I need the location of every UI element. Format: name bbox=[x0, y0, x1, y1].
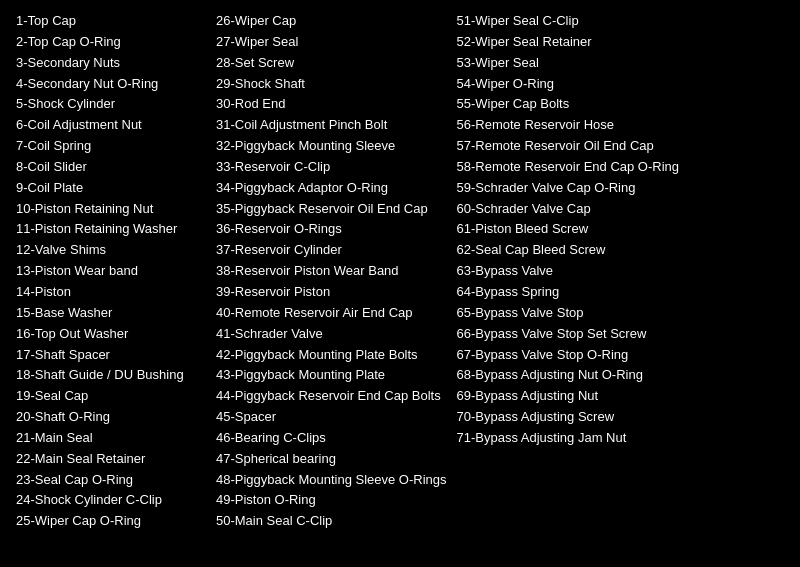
list-item: 66-Bypass Valve Stop Set Screw bbox=[457, 325, 680, 344]
list-item: 6-Coil Adjustment Nut bbox=[16, 116, 206, 135]
list-item: 8-Coil Slider bbox=[16, 158, 206, 177]
list-item: 64-Bypass Spring bbox=[457, 283, 680, 302]
list-item: 31-Coil Adjustment Pinch Bolt bbox=[216, 116, 447, 135]
list-item: 30-Rod End bbox=[216, 95, 447, 114]
list-item: 12-Valve Shims bbox=[16, 241, 206, 260]
list-item: 21-Main Seal bbox=[16, 429, 206, 448]
list-item: 60-Schrader Valve Cap bbox=[457, 200, 680, 219]
list-item: 33-Reservoir C-Clip bbox=[216, 158, 447, 177]
list-item: 20-Shaft O-Ring bbox=[16, 408, 206, 427]
list-item: 35-Piggyback Reservoir Oil End Cap bbox=[216, 200, 447, 219]
list-item: 57-Remote Reservoir Oil End Cap bbox=[457, 137, 680, 156]
list-item: 28-Set Screw bbox=[216, 54, 447, 73]
list-item: 17-Shaft Spacer bbox=[16, 346, 206, 365]
list-item: 19-Seal Cap bbox=[16, 387, 206, 406]
list-item: 7-Coil Spring bbox=[16, 137, 206, 156]
list-item: 3-Secondary Nuts bbox=[16, 54, 206, 73]
list-item: 65-Bypass Valve Stop bbox=[457, 304, 680, 323]
list-item: 56-Remote Reservoir Hose bbox=[457, 116, 680, 135]
column-1: 1-Top Cap2-Top Cap O-Ring3-Secondary Nut… bbox=[16, 12, 216, 531]
list-item: 13-Piston Wear band bbox=[16, 262, 206, 281]
list-item: 71-Bypass Adjusting Jam Nut bbox=[457, 429, 680, 448]
list-item: 63-Bypass Valve bbox=[457, 262, 680, 281]
list-item: 68-Bypass Adjusting Nut O-Ring bbox=[457, 366, 680, 385]
list-item: 55-Wiper Cap Bolts bbox=[457, 95, 680, 114]
list-item: 54-Wiper O-Ring bbox=[457, 75, 680, 94]
list-item: 11-Piston Retaining Washer bbox=[16, 220, 206, 239]
list-item: 38-Reservoir Piston Wear Band bbox=[216, 262, 447, 281]
list-item: 67-Bypass Valve Stop O-Ring bbox=[457, 346, 680, 365]
list-item: 45-Spacer bbox=[216, 408, 447, 427]
parts-list: 1-Top Cap2-Top Cap O-Ring3-Secondary Nut… bbox=[16, 12, 784, 531]
list-item: 61-Piston Bleed Screw bbox=[457, 220, 680, 239]
list-item: 49-Piston O-Ring bbox=[216, 491, 447, 510]
list-item: 46-Bearing C-Clips bbox=[216, 429, 447, 448]
list-item: 9-Coil Plate bbox=[16, 179, 206, 198]
list-item: 4-Secondary Nut O-Ring bbox=[16, 75, 206, 94]
list-item: 18-Shaft Guide / DU Bushing bbox=[16, 366, 206, 385]
list-item: 34-Piggyback Adaptor O-Ring bbox=[216, 179, 447, 198]
list-item: 51-Wiper Seal C-Clip bbox=[457, 12, 680, 31]
list-item: 32-Piggyback Mounting Sleeve bbox=[216, 137, 447, 156]
list-item: 58-Remote Reservoir End Cap O-Ring bbox=[457, 158, 680, 177]
list-item: 23-Seal Cap O-Ring bbox=[16, 471, 206, 490]
list-item: 24-Shock Cylinder C-Clip bbox=[16, 491, 206, 510]
list-item: 36-Reservoir O-Rings bbox=[216, 220, 447, 239]
list-item: 1-Top Cap bbox=[16, 12, 206, 31]
list-item: 69-Bypass Adjusting Nut bbox=[457, 387, 680, 406]
list-item: 39-Reservoir Piston bbox=[216, 283, 447, 302]
list-item: 2-Top Cap O-Ring bbox=[16, 33, 206, 52]
list-item: 47-Spherical bearing bbox=[216, 450, 447, 469]
list-item: 53-Wiper Seal bbox=[457, 54, 680, 73]
list-item: 40-Remote Reservoir Air End Cap bbox=[216, 304, 447, 323]
list-item: 44-Piggyback Reservoir End Cap Bolts bbox=[216, 387, 447, 406]
list-item: 43-Piggyback Mounting Plate bbox=[216, 366, 447, 385]
list-item: 41-Schrader Valve bbox=[216, 325, 447, 344]
list-item: 42-Piggyback Mounting Plate Bolts bbox=[216, 346, 447, 365]
list-item: 59-Schrader Valve Cap O-Ring bbox=[457, 179, 680, 198]
column-3: 51-Wiper Seal C-Clip52-Wiper Seal Retain… bbox=[457, 12, 680, 531]
list-item: 27-Wiper Seal bbox=[216, 33, 447, 52]
list-item: 14-Piston bbox=[16, 283, 206, 302]
list-item: 10-Piston Retaining Nut bbox=[16, 200, 206, 219]
list-item: 16-Top Out Washer bbox=[16, 325, 206, 344]
column-2: 26-Wiper Cap27-Wiper Seal28-Set Screw29-… bbox=[216, 12, 457, 531]
list-item: 62-Seal Cap Bleed Screw bbox=[457, 241, 680, 260]
list-item: 37-Reservoir Cylinder bbox=[216, 241, 447, 260]
list-item: 29-Shock Shaft bbox=[216, 75, 447, 94]
list-item: 5-Shock Cylinder bbox=[16, 95, 206, 114]
list-item: 70-Bypass Adjusting Screw bbox=[457, 408, 680, 427]
list-item: 52-Wiper Seal Retainer bbox=[457, 33, 680, 52]
list-item: 15-Base Washer bbox=[16, 304, 206, 323]
list-item: 26-Wiper Cap bbox=[216, 12, 447, 31]
list-item: 22-Main Seal Retainer bbox=[16, 450, 206, 469]
list-item: 25-Wiper Cap O-Ring bbox=[16, 512, 206, 531]
list-item: 50-Main Seal C-Clip bbox=[216, 512, 447, 531]
list-item: 48-Piggyback Mounting Sleeve O-Rings bbox=[216, 471, 447, 490]
